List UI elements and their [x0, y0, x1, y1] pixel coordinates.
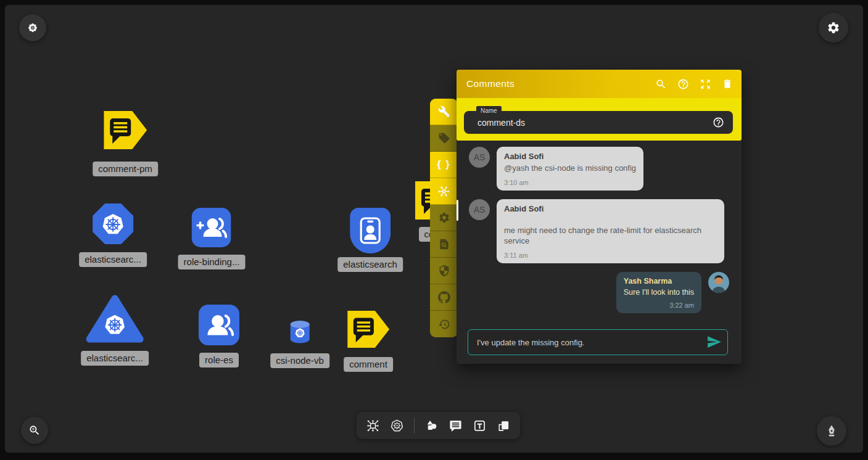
send-icon[interactable]: [706, 334, 722, 352]
hub-icon: [437, 185, 450, 198]
node-role-binding[interactable]: role-binding...: [178, 208, 246, 269]
node-label: elasticsearc...: [81, 351, 149, 366]
message-text: @yash the csi-node is missing config: [504, 163, 636, 173]
message-text: me might need to change the rate-limit f…: [504, 225, 717, 246]
tag-icon: [438, 132, 450, 144]
app-window: comment-pm elasticsearc... role-binding.…: [0, 0, 868, 460]
node-action-toolbar: { }: [430, 99, 458, 337]
message-row: AS Aabid Sofi me might need to change th…: [469, 199, 729, 263]
toolbar-divider: [414, 417, 415, 433]
toolbar-item-note[interactable]: [497, 419, 511, 433]
node-label: elasticsearc...: [79, 252, 147, 267]
message-author: Yash Sharma: [624, 277, 694, 285]
toolbar-item-github[interactable]: [430, 284, 458, 311]
toolbar-item-workflow[interactable]: [366, 419, 380, 433]
comment-shape-icon: [104, 111, 147, 149]
service-account-icon: [350, 208, 391, 253]
message-author: Aabid Sofi: [504, 204, 717, 213]
name-input[interactable]: [464, 118, 713, 128]
storage-cylinder-icon: [289, 320, 310, 343]
message-row: Yash Sharma Sure I'll look into this 3:2…: [469, 272, 729, 313]
note-icon: [497, 419, 511, 433]
node-label: csi-node-vb: [270, 353, 329, 368]
toolbar-item-kubernetes[interactable]: [390, 419, 404, 433]
message-bubble: Aabid Sofi @yash the csi-node is missing…: [497, 147, 643, 191]
toolbar-item-comment[interactable]: [448, 419, 463, 433]
toolbar-item-tags[interactable]: [430, 125, 458, 152]
node-comment-pm[interactable]: comment-pm: [93, 111, 158, 176]
chat-input-row: [468, 329, 728, 355]
search-icon[interactable]: [655, 78, 667, 90]
gear-icon: [827, 21, 840, 35]
expand-icon[interactable]: [700, 78, 711, 90]
toolbar-item-json[interactable]: { }: [430, 152, 458, 178]
scrollbar[interactable]: [457, 200, 458, 221]
github-icon: [438, 291, 450, 303]
comment-icon: [448, 419, 463, 433]
pen-nib-icon: [824, 424, 839, 438]
message-bubble: Aabid Sofi me might need to change the r…: [497, 199, 724, 263]
toolbar-item-history[interactable]: [430, 311, 458, 337]
node-role-es[interactable]: role-es: [199, 305, 239, 368]
node-label: elasticsearch: [337, 257, 403, 272]
toolbar-item-configure[interactable]: [430, 99, 458, 125]
message-row: AS Aabid Sofi @yash the csi-node is miss…: [469, 147, 729, 191]
comment-shape-icon: [347, 309, 389, 350]
panel-title: Comments: [466, 78, 655, 89]
chat-input[interactable]: [468, 329, 728, 355]
meshery-logo-icon: [27, 22, 39, 34]
node-label: comment: [344, 357, 393, 372]
toolbar-item-text[interactable]: [473, 419, 487, 433]
node-label: comment-pm: [93, 162, 158, 176]
node-label: role-binding...: [178, 255, 246, 269]
role-icon: [199, 305, 239, 345]
doc-search-icon: [438, 238, 450, 250]
toolbar-item-shapes[interactable]: [424, 419, 439, 433]
pen-tool-button[interactable]: [817, 416, 846, 446]
gear-icon: [438, 212, 450, 224]
history-icon: [438, 318, 450, 331]
node-elasticsearch-triangle[interactable]: elasticsearc...: [81, 294, 149, 366]
kubernetes-icon: [390, 419, 404, 433]
toolbar-item-hub[interactable]: [430, 178, 458, 205]
message-time: 3:11 am: [504, 252, 717, 259]
shield-icon: [438, 265, 450, 277]
toolbar-item-scan[interactable]: [430, 231, 458, 258]
name-help-icon[interactable]: [713, 117, 724, 128]
message-time: 3:10 am: [504, 179, 636, 186]
zoom-in-icon: [28, 424, 41, 437]
node-elasticsearch-serviceaccount[interactable]: elasticsearch: [337, 208, 403, 272]
node-csi-node-vb[interactable]: csi-node-vb: [270, 320, 329, 368]
node-label: role-es: [199, 353, 239, 368]
braces-icon: { }: [437, 158, 451, 171]
message-bubble: Yash Sharma Sure I'll look into this 3:2…: [616, 272, 701, 313]
kubernetes-octagon-icon: [92, 203, 134, 245]
settings-button[interactable]: [819, 13, 848, 43]
name-field[interactable]: Name: [464, 111, 733, 134]
shapes-icon: [424, 419, 439, 433]
message-text: Sure I'll look into this: [624, 287, 694, 298]
name-field-section: Name: [457, 98, 742, 141]
message-author: Aabid Sofi: [504, 152, 636, 161]
help-icon[interactable]: [677, 78, 689, 90]
trash-icon[interactable]: [722, 78, 733, 89]
message-time: 3:22 am: [624, 302, 694, 309]
avatar: AS: [469, 199, 490, 220]
toolbar-item-settings[interactable]: [430, 205, 458, 231]
node-elasticsearch-octagon[interactable]: elasticsearc...: [79, 203, 147, 267]
avatar: AS: [469, 147, 490, 168]
comments-panel-header: Comments: [457, 70, 742, 98]
name-field-label: Name: [476, 106, 502, 115]
wrench-icon: [438, 105, 450, 118]
text-icon: [473, 419, 487, 433]
role-binding-icon: [192, 208, 231, 247]
avatar-photo: [708, 272, 729, 293]
message-list[interactable]: AS Aabid Sofi @yash the csi-node is miss…: [457, 141, 742, 329]
toolbar-item-security[interactable]: [430, 258, 458, 284]
zoom-in-button[interactable]: [21, 417, 48, 444]
comments-panel: Comments Name: [457, 70, 742, 364]
app-logo-button[interactable]: [19, 14, 46, 41]
kubernetes-triangle-icon: [86, 294, 144, 343]
node-comment[interactable]: comment: [344, 309, 393, 372]
workflow-icon: [366, 419, 380, 433]
